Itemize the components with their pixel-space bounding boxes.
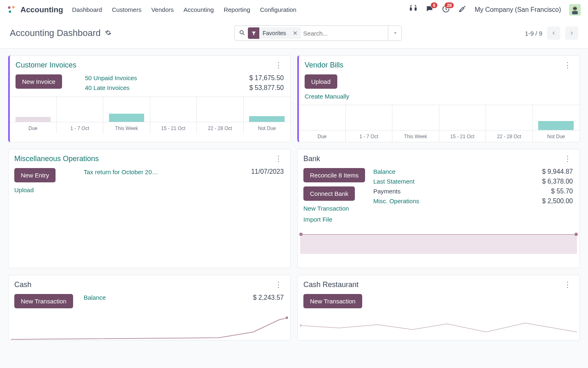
late-invoices-amount: $ 53,877.50 xyxy=(249,84,284,92)
chart-label: Not Due xyxy=(547,134,565,139)
card-menu-icon[interactable]: ⋮ xyxy=(273,61,284,70)
bank-miscops-link[interactable]: Misc. Operations xyxy=(373,197,419,204)
late-invoices-link[interactable]: 40 Late Invoices xyxy=(85,84,129,91)
topbar-tools: 6 28 My Company (San Francisco) xyxy=(409,4,581,16)
cash-restaurant-chart xyxy=(300,316,577,340)
cash-balance-val: $ 2,243.57 xyxy=(253,294,284,301)
card-menu-icon[interactable]: ⋮ xyxy=(562,154,573,163)
cash-balance-chart xyxy=(11,316,288,340)
logo-icon xyxy=(7,5,16,14)
chart-label: This Week xyxy=(404,134,427,139)
chart-label: 1 - 7 Oct xyxy=(70,126,89,131)
card-menu-icon[interactable]: ⋮ xyxy=(562,61,573,70)
card-title[interactable]: Customer Invoices xyxy=(16,61,76,70)
card-title[interactable]: Vendor Bills xyxy=(305,61,343,70)
breadcrumb: Accounting Dashboard xyxy=(10,28,111,38)
bank-balance-chart xyxy=(299,231,578,254)
svg-rect-0 xyxy=(8,6,11,9)
chart-label: Due xyxy=(318,134,327,139)
card-menu-icon[interactable]: ⋮ xyxy=(562,280,573,289)
card-vendor-bills: Vendor Bills ⋮ Upload Create Manually Du… xyxy=(297,55,580,142)
control-panel: Accounting Dashboard Favorites ✕ 1-9 / 9 xyxy=(0,20,588,49)
pager-text[interactable]: 1-9 / 9 xyxy=(525,30,542,37)
pager-next[interactable] xyxy=(565,27,578,40)
activity-icon[interactable]: 28 xyxy=(442,5,450,14)
upload-bill-button[interactable]: Upload xyxy=(305,74,337,89)
card-title[interactable]: Bank xyxy=(303,155,320,163)
card-misc-operations: Miscellaneous Operations ⋮ New Entry Upl… xyxy=(8,149,291,268)
create-manually-link[interactable]: Create Manually xyxy=(305,93,349,100)
tools-icon[interactable] xyxy=(458,5,466,14)
card-title[interactable]: Cash Restaurant xyxy=(303,280,359,289)
nav-vendors[interactable]: Vendors xyxy=(151,6,174,13)
card-cash: Cash ⋮ New Transaction Balance $ 2,243.5… xyxy=(8,275,291,341)
chart-label: 22 - 28 Oct xyxy=(208,126,232,131)
svg-rect-9 xyxy=(573,8,577,9)
search-options-caret[interactable] xyxy=(388,25,402,41)
bank-miscops-val: $ 2,500.00 xyxy=(542,197,573,205)
search-box[interactable]: Favorites ✕ xyxy=(234,25,402,41)
bank-payments-label: Payments xyxy=(373,188,401,195)
chart-label: Due xyxy=(29,126,38,131)
svg-rect-4 xyxy=(415,8,416,11)
reconcile-button[interactable]: Reconcile 8 Items xyxy=(303,168,365,182)
svg-point-10 xyxy=(240,30,243,34)
unpaid-invoices-amount: $ 17,675.50 xyxy=(249,74,284,82)
cash-balance-link[interactable]: Balance xyxy=(84,294,106,301)
new-transaction-button[interactable]: New Transaction xyxy=(303,294,362,308)
invoices-aging-chart: Due 1 - 7 Oct This Week 15 - 21 Oct 22 -… xyxy=(10,96,290,134)
tax-return-link[interactable]: Tax return for October 20… xyxy=(84,168,158,175)
search-input[interactable] xyxy=(303,30,385,37)
activity-badge: 28 xyxy=(444,2,454,9)
page-title: Accounting Dashboard xyxy=(10,28,101,38)
card-customer-invoices: Customer Invoices ⋮ New Invoice 50 Unpai… xyxy=(8,55,291,142)
pager: 1-9 / 9 xyxy=(525,27,578,40)
company-switcher[interactable]: My Company (San Francisco) xyxy=(474,6,561,13)
bank-balance-val: $ 9,944.87 xyxy=(542,168,573,175)
nav-configuration[interactable]: Configuration xyxy=(260,6,296,13)
facet-label: Favorites xyxy=(259,30,290,36)
app-switcher[interactable]: Accounting xyxy=(7,5,63,14)
bank-last-stmt-link[interactable]: Last Statement xyxy=(373,178,414,185)
bank-balance-link[interactable]: Balance xyxy=(373,168,395,175)
kanban-board: Customer Invoices ⋮ New Invoice 50 Unpai… xyxy=(0,49,588,347)
unpaid-invoices-link[interactable]: 50 Unpaid Invoices xyxy=(85,74,137,81)
card-title[interactable]: Miscellaneous Operations xyxy=(14,155,99,163)
svg-rect-2 xyxy=(9,10,11,13)
card-title[interactable]: Cash xyxy=(14,280,31,289)
chart-label: This Week xyxy=(115,126,138,131)
card-cash-restaurant: Cash Restaurant ⋮ New Transaction xyxy=(297,275,580,341)
search-facet-favorites: Favorites ✕ xyxy=(248,27,301,39)
card-menu-icon[interactable]: ⋮ xyxy=(273,154,284,163)
chat-badge: 6 xyxy=(430,2,438,9)
search-icon xyxy=(239,29,245,37)
connect-bank-button[interactable]: Connect Bank xyxy=(303,186,355,201)
svg-rect-8 xyxy=(572,11,578,14)
nav-dashboard[interactable]: Dashboard xyxy=(72,6,102,13)
nav-customers[interactable]: Customers xyxy=(112,6,142,13)
settings-gear-icon[interactable] xyxy=(105,28,111,38)
bills-aging-chart: Due 1 - 7 Oct This Week 15 - 21 Oct 22 -… xyxy=(299,105,579,142)
svg-rect-1 xyxy=(12,6,15,9)
tax-return-date: 11/07/2023 xyxy=(251,168,284,175)
svg-point-12 xyxy=(300,324,301,327)
chat-icon[interactable]: 6 xyxy=(425,5,434,14)
nav-accounting[interactable]: Accounting xyxy=(183,6,214,13)
pager-prev[interactable] xyxy=(547,27,560,40)
card-menu-icon[interactable]: ⋮ xyxy=(273,280,284,289)
nav-reporting[interactable]: Reporting xyxy=(224,6,250,13)
new-transaction-link[interactable]: New Transaction xyxy=(303,205,349,212)
card-bank: Bank ⋮ Reconcile 8 Items Connect Bank Ne… xyxy=(297,149,580,268)
user-avatar[interactable] xyxy=(569,4,581,16)
upload-link[interactable]: Upload xyxy=(14,186,34,193)
new-invoice-button[interactable]: New Invoice xyxy=(16,74,62,89)
new-transaction-button[interactable]: New Transaction xyxy=(14,294,73,308)
chart-label: 15 - 21 Oct xyxy=(161,126,185,131)
bank-payments-val: $ 55.70 xyxy=(551,188,573,195)
voip-icon[interactable] xyxy=(409,5,417,14)
new-entry-button[interactable]: New Entry xyxy=(14,168,56,182)
chart-label: 1 - 7 Oct xyxy=(359,134,378,139)
import-file-link[interactable]: Import File xyxy=(303,216,332,223)
facet-remove[interactable]: ✕ xyxy=(290,30,301,36)
svg-point-11 xyxy=(286,316,288,319)
